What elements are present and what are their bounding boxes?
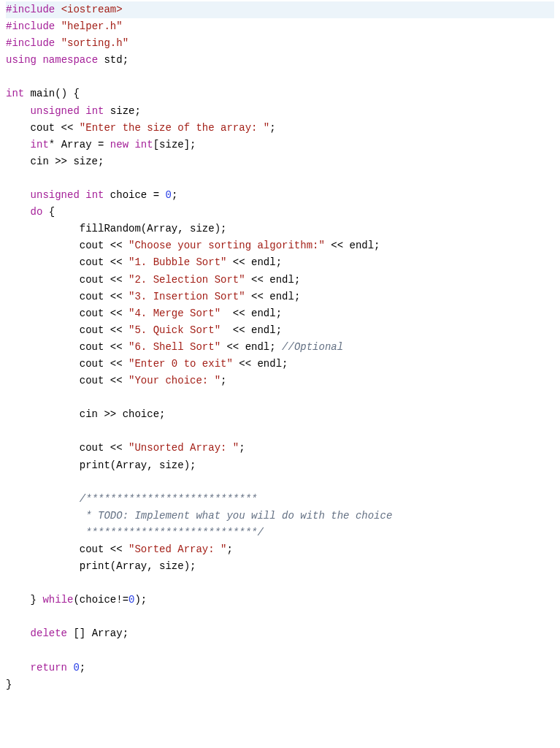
token [6, 189, 31, 201]
token: #include [6, 4, 55, 15]
token: << endl; [325, 240, 380, 251]
token: << endl; [220, 341, 282, 353]
token: "Enter the size of the array: " [80, 122, 269, 134]
code-line: #include "sorting.h" [6, 35, 554, 52]
code-line [6, 170, 554, 187]
token: <iostream> [61, 4, 123, 15]
code-line [6, 389, 554, 406]
code-line: cout << "6. Shell Sort" << endl; //Optio… [6, 339, 554, 356]
code-line: do { [6, 204, 554, 221]
token: "1. Bubble Sort" [129, 256, 226, 268]
code-line [6, 608, 554, 625]
token: * TODO: Implement what you will do with … [6, 510, 392, 522]
code-line: cout << "4. Merge Sort" << endl; [6, 305, 554, 322]
code-line: unsigned int size; [6, 103, 554, 120]
token: ; [239, 442, 245, 454]
token: cout << [6, 240, 129, 251]
code-line: unsigned int choice = 0; [6, 187, 554, 204]
token [6, 139, 31, 150]
token: do [31, 206, 43, 218]
token: unsigned [31, 105, 80, 117]
token: new [110, 139, 129, 150]
code-line: fillRandom(Array, size); [6, 221, 554, 237]
code-line: cout << "Enter the size of the array: "; [6, 120, 554, 137]
token: cin >> choice; [6, 408, 165, 420]
token: #include [6, 37, 55, 49]
token: using [6, 54, 37, 66]
token: << endl; [220, 308, 282, 319]
token: { [42, 206, 55, 218]
token: choice = [104, 189, 165, 201]
token: "4. Merge Sort" [129, 308, 220, 319]
code-line: print(Array, size); [6, 457, 554, 474]
code-line: #include "helper.h" [6, 18, 554, 35]
token: /**************************** [80, 493, 258, 505]
code-line [6, 423, 554, 440]
code-line: return 0; [6, 660, 554, 676]
code-block: #include <iostream>#include "helper.h"#i… [0, 0, 560, 699]
token: "sorting.h" [61, 37, 129, 49]
code-line: delete [] Array; [6, 625, 554, 642]
token: return [31, 662, 67, 673]
token: cout << [6, 291, 129, 302]
token: (choice!= [73, 594, 129, 606]
token: #include [6, 20, 55, 32]
token: int [85, 105, 104, 117]
code-line [6, 643, 554, 660]
token: ; [269, 122, 275, 134]
token: cout << [6, 341, 129, 353]
code-line [6, 474, 554, 491]
token: cout << [6, 122, 80, 134]
token: cout << [6, 358, 129, 370]
token: cout << [6, 324, 129, 336]
token: "6. Shell Sort" [129, 341, 220, 353]
token: "5. Quick Sort" [129, 324, 220, 336]
code-line: cout << "Your choice: "; [6, 373, 554, 389]
token: "Enter 0 to exit" [129, 358, 233, 370]
token: int [31, 139, 49, 150]
token: print(Array, size); [6, 459, 196, 471]
code-line: cin >> choice; [6, 406, 554, 423]
token [80, 189, 85, 201]
token: cout << [6, 543, 129, 555]
token: cout << [6, 256, 129, 268]
code-line: ****************************/ [6, 524, 554, 541]
token: int [134, 139, 153, 150]
code-line: print(Array, size); [6, 558, 554, 575]
token: int [6, 88, 24, 99]
token: delete [31, 627, 67, 639]
code-line [6, 69, 554, 85]
token [6, 662, 31, 673]
code-line: * TODO: Implement what you will do with … [6, 508, 554, 524]
token: cout << [6, 442, 129, 454]
code-line: cout << "5. Quick Sort" << endl; [6, 322, 554, 339]
token: << endl; [220, 324, 282, 336]
code-line: #include <iostream> [6, 1, 554, 18]
token: fillRandom(Array, size); [6, 223, 226, 234]
token [6, 206, 31, 218]
token [55, 37, 61, 49]
code-line: int* Array = new int[size]; [6, 137, 554, 153]
token: ****************************/ [6, 527, 264, 538]
code-line: int main() { [6, 85, 554, 102]
token: << endl; [245, 291, 301, 302]
token [80, 105, 85, 117]
token: << endl; [233, 358, 288, 370]
token: while [42, 594, 73, 606]
token: } [6, 594, 42, 606]
token: "Unsorted Array: " [129, 442, 239, 454]
token: "helper.h" [61, 20, 123, 32]
token: << endl; [226, 256, 282, 268]
token: ); [134, 594, 147, 606]
code-line: using namespace std; [6, 52, 554, 69]
token: ; [80, 662, 85, 673]
code-line: cout << "Enter 0 to exit" << endl; [6, 356, 554, 373]
token: "Your choice: " [129, 375, 220, 386]
token: 0 [165, 189, 171, 201]
code-line: cout << "1. Bubble Sort" << endl; [6, 254, 554, 271]
token: } [6, 679, 12, 690]
code-line: cout << "Choose your sorting algorithm:"… [6, 237, 554, 254]
code-line: } [6, 676, 554, 693]
token: "3. Insertion Sort" [129, 291, 245, 302]
token: size; [104, 105, 140, 117]
